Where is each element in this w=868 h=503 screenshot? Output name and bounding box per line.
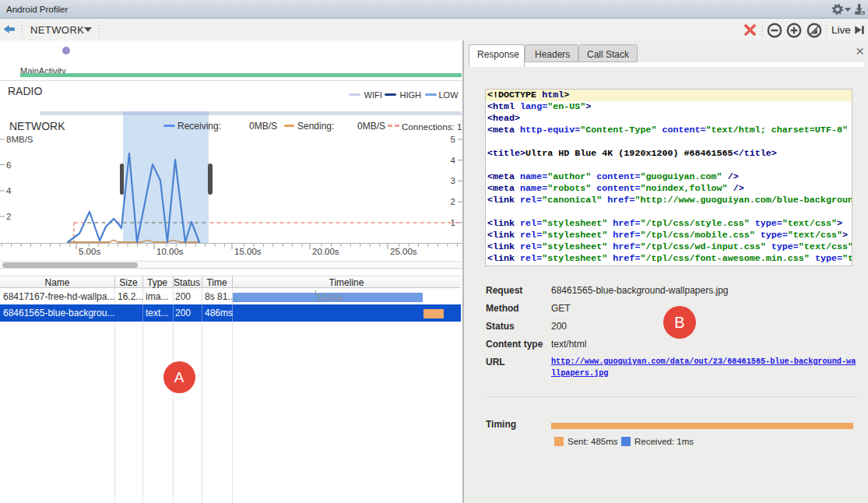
svg-text:5.00s: 5.00s — [79, 247, 100, 256]
svg-text:4: 4 — [451, 156, 456, 165]
svg-text:5: 5 — [451, 135, 455, 144]
svg-text:15.00s: 15.00s — [234, 247, 262, 256]
svg-text:8MB/S: 8MB/S — [6, 135, 33, 144]
svg-text:2: 2 — [6, 212, 11, 221]
svg-text:4: 4 — [6, 186, 12, 195]
svg-text:6: 6 — [6, 160, 11, 170]
svg-text:3: 3 — [451, 176, 455, 185]
svg-text:25.00s: 25.00s — [390, 247, 417, 256]
svg-text:1: 1 — [451, 218, 455, 227]
svg-text:20.00s: 20.00s — [312, 247, 339, 256]
svg-text:2: 2 — [451, 197, 455, 206]
svg-text:10.00s: 10.00s — [156, 247, 184, 256]
